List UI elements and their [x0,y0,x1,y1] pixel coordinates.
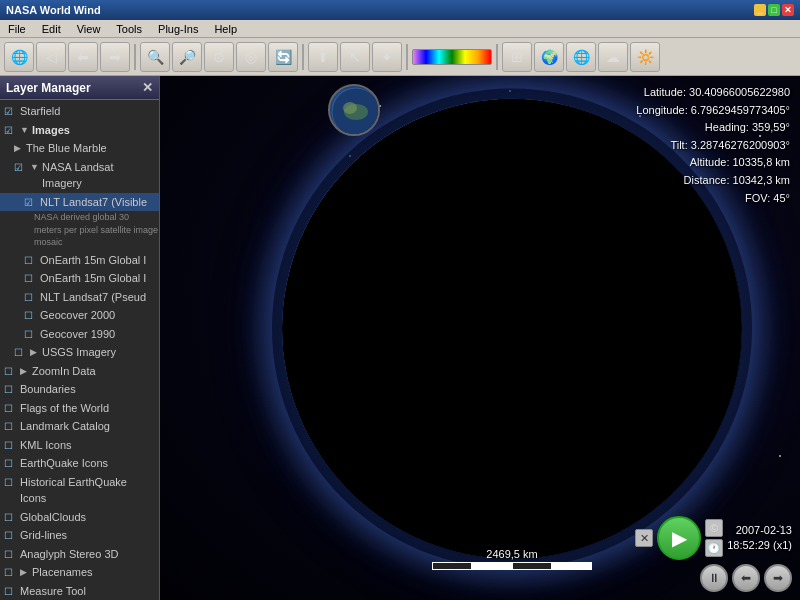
toolbar-target-btn[interactable]: ⊙ [204,42,234,72]
menu-bar: File Edit View Tools Plug-Ins Help [0,20,800,38]
layer-expand-icon[interactable]: ▼ [20,124,30,138]
toolbar-clouds-btn[interactable]: ☁ [598,42,628,72]
layer-checkbox[interactable]: ☐ [4,584,18,599]
layer-label: Anaglyph Stereo 3D [20,546,155,563]
svg-point-19 [465,213,489,245]
toolbar-orbit-btn[interactable]: ◎ [236,42,266,72]
list-item[interactable]: ☐ Flags of the World [0,399,159,418]
window-close-button[interactable]: ✕ [782,4,794,16]
toolbar-globe-btn[interactable]: 🌐 [4,42,34,72]
list-item[interactable]: ☐ Landmark Catalog [0,417,159,436]
list-item[interactable]: ☐ ▶ ZoomIn Data [0,362,159,381]
list-item[interactable]: ☐ Anaglyph Stereo 3D [0,545,159,564]
menu-view[interactable]: View [73,22,105,36]
menu-edit[interactable]: Edit [38,22,65,36]
layer-label: Placenames [32,564,155,581]
toolbar-sep1 [134,44,136,70]
toolbar-tilt-btn[interactable]: ✦ [372,42,402,72]
layer-expand-icon[interactable]: ▶ [20,566,30,580]
maximize-button[interactable]: □ [768,4,780,16]
list-item[interactable]: ▶ The Blue Marble [0,139,159,158]
pause-button[interactable]: ⏸ [700,564,728,592]
svg-point-15 [547,324,597,404]
toolbar-back-btn[interactable]: ◁ [36,42,66,72]
list-item[interactable]: ☑ NLT Landsat7 (Visible [0,193,159,212]
list-item[interactable]: ☐ ▶ USGS Imagery [0,343,159,362]
list-item[interactable]: ☐ Historical EarthQuake Icons [0,473,159,508]
list-item[interactable]: ☐ KML Icons [0,436,159,455]
list-item[interactable]: ☐ NLT Landsat7 (Pseud [0,288,159,307]
menu-plugins[interactable]: Plug-Ins [154,22,202,36]
layer-checkbox[interactable]: ☐ [14,345,28,360]
toolbar-rotate-btn[interactable]: 🔄 [268,42,298,72]
minimize-button[interactable]: _ [754,4,766,16]
list-item[interactable]: ☑ Starfield [0,102,159,121]
list-item[interactable]: ☐ Geocover 2000 [0,306,159,325]
layer-checkbox[interactable]: ☐ [4,528,18,543]
layer-checkbox[interactable]: ☑ [4,104,18,119]
scale-segment [512,562,552,570]
layer-checkbox[interactable]: ☑ [4,123,18,138]
layer-checkbox[interactable]: ☐ [4,419,18,434]
layer-checkbox[interactable]: ☐ [4,401,18,416]
list-item[interactable]: ☑ ▼ NASA Landsat Imagery [0,158,159,193]
layer-checkbox[interactable]: ☐ [24,271,38,286]
step-back-button[interactable]: ⬅ [732,564,760,592]
layer-checkbox[interactable]: ☑ [14,160,28,175]
layer-checkbox[interactable]: ☐ [4,382,18,397]
toolbar-zoom-out-btn[interactable]: 🔎 [172,42,202,72]
step-forward-button[interactable]: ➡ [764,564,792,592]
clock-icon[interactable]: © [705,519,723,537]
layer-expand-icon[interactable]: ▶ [14,142,24,156]
list-item[interactable]: ☐ EarthQuake Icons [0,454,159,473]
layer-checkbox[interactable]: ☐ [24,327,38,342]
time-display: 18:52:29 (x1) [727,538,792,553]
layer-checkbox[interactable]: ☐ [4,475,18,490]
layer-checkbox[interactable]: ☐ [4,510,18,525]
list-item[interactable]: ☐ OnEarth 15m Global I [0,251,159,270]
list-item[interactable]: ☐ GlobalClouds [0,508,159,527]
list-item[interactable]: ☐ OnEarth 15m Global I [0,269,159,288]
layer-expand-icon[interactable]: ▼ [30,161,40,175]
svg-point-13 [452,334,512,404]
layer-checkbox[interactable]: ☐ [4,456,18,471]
toolbar-map-btn[interactable]: 🌍 [534,42,564,72]
layer-checkbox[interactable]: ☐ [4,438,18,453]
layer-checkbox[interactable]: ☐ [24,253,38,268]
svg-point-18 [457,274,567,294]
list-item[interactable]: ☐ ▶ Placenames [0,563,159,582]
toolbar-sun-btn[interactable]: 🔆 [630,42,660,72]
toolbar-left-btn[interactable]: ⬅ [68,42,98,72]
playback-close-button[interactable]: ✕ [635,529,653,547]
layer-panel-close-button[interactable]: ✕ [142,80,153,95]
list-item[interactable]: ☐ Grid-lines [0,526,159,545]
layer-expand-icon[interactable]: ▶ [30,346,40,360]
list-item[interactable]: ☐ Geocover 1990 [0,325,159,344]
toolbar-nw-btn[interactable]: ↖ [340,42,370,72]
list-item[interactable]: ☐ Boundaries [0,380,159,399]
play-button[interactable]: ▶ [657,516,701,560]
timer-icon[interactable]: 🕐 [705,539,723,557]
menu-help[interactable]: Help [210,22,241,36]
coord-latitude: Latitude: 30.40966005622980 [636,84,790,102]
globe-viewport[interactable]: Latitude: 30.40966005622980 Longitude: 6… [160,76,800,600]
layer-expand-icon[interactable]: ▶ [20,365,30,379]
layer-checkbox[interactable]: ☐ [4,547,18,562]
toolbar-north-btn[interactable]: ⬆ [308,42,338,72]
layer-checkbox[interactable]: ☐ [24,290,38,305]
toolbar-3d-btn[interactable]: 🌐 [566,42,596,72]
playback-bottom-row: ⏸ ⬅ ➡ [700,564,792,592]
toolbar-layers-btn[interactable]: ⊞ [502,42,532,72]
toolbar-sep3 [406,44,408,70]
layer-checkbox[interactable]: ☐ [24,308,38,323]
toolbar-zoom-in-btn[interactable]: 🔍 [140,42,170,72]
toolbar-right-btn[interactable]: ➡ [100,42,130,72]
toolbar-sep4 [496,44,498,70]
menu-tools[interactable]: Tools [112,22,146,36]
layer-checkbox[interactable]: ☑ [24,195,38,210]
list-item[interactable]: ☑ ▼ Images [0,121,159,140]
layer-checkbox[interactable]: ☐ [4,364,18,379]
menu-file[interactable]: File [4,22,30,36]
layer-checkbox[interactable]: ☐ [4,565,18,580]
list-item[interactable]: ☐ Measure Tool [0,582,159,600]
